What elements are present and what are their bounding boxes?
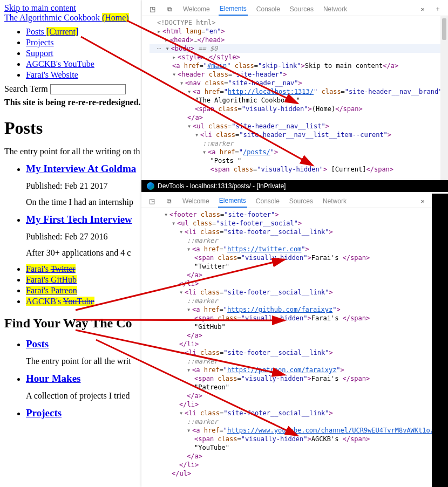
search-input[interactable] — [50, 84, 126, 94]
tab-welcome[interactable]: Welcome — [182, 3, 211, 15]
footer-twitter[interactable]: Farai's Twitter — [26, 264, 76, 273]
nav-posts[interactable]: Posts [Current] — [26, 27, 78, 36]
footer-youtube[interactable]: AGCKB's YouTube — [26, 297, 94, 306]
nav-farai[interactable]: Farai's Website — [26, 70, 78, 79]
post1-link[interactable]: My Interview At Goldma — [26, 163, 136, 174]
scrollbar[interactable] — [440, 16, 448, 180]
brand-home-hl: (Home) — [102, 13, 129, 22]
brand-link[interactable]: The Algorithmic Cookbook (Home) — [4, 13, 129, 22]
tab-console[interactable]: Console — [255, 195, 281, 207]
devtools-elements-tree[interactable]: <!DOCTYPE html> ▸<html lang="en"> ▸<head… — [142, 16, 448, 177]
brand-text: The Algorithmic Cookbook — [4, 13, 102, 22]
skip-link[interactable]: Skip to main content — [4, 3, 76, 12]
devtools-tabs: ◳ ⧉ Welcome Elements Console Sources Net… — [142, 0, 448, 16]
tab-sources[interactable]: Sources — [288, 195, 314, 207]
nav-posts-current-hl: [Current] — [46, 27, 79, 36]
tab-elements[interactable]: Elements — [218, 195, 247, 208]
inspect-icon[interactable]: ◳ — [147, 196, 157, 206]
devtools-elements-tree-2[interactable]: ▾<footer class="site-footer"> ▾<ul class… — [141, 208, 448, 481]
footer-patreon[interactable]: Farai's Patreon — [26, 286, 77, 295]
fw-projects[interactable]: Projects — [26, 407, 62, 419]
tab-network[interactable]: Network — [322, 3, 348, 15]
devtools-bottom: DevTools - localhost:1313/posts/ - [InPr… — [141, 180, 448, 487]
footer-github[interactable]: Farai's GitHub — [26, 275, 77, 284]
more-tabs-icon[interactable]: » — [418, 196, 427, 206]
edge-icon — [147, 182, 154, 190]
black-strip — [432, 194, 448, 487]
more-tabs-icon[interactable]: » — [418, 4, 427, 14]
tab-network[interactable]: Network — [322, 195, 348, 207]
device-icon[interactable]: ⧉ — [164, 196, 174, 206]
post2-link[interactable]: My First Tech Interview — [26, 214, 132, 225]
device-icon[interactable]: ⧉ — [165, 4, 174, 14]
fw-hour[interactable]: Hour Makes — [26, 373, 81, 384]
devtools-titlebar: DevTools - localhost:1313/posts/ - [InPr… — [141, 180, 448, 192]
tab-elements[interactable]: Elements — [219, 3, 248, 16]
tab-sources[interactable]: Sources — [289, 3, 315, 15]
devtools-tabs-2: ◳ ⧉ Welcome Elements Console Sources Net… — [141, 192, 448, 208]
devtools-title: DevTools - localhost:1313/posts/ - [InPr… — [158, 182, 286, 190]
inspect-icon[interactable]: ◳ — [147, 4, 157, 14]
search-label: Search Term — [4, 84, 50, 93]
nav-support[interactable]: Support — [26, 49, 53, 58]
nav-youtube[interactable]: AGCKB's YouTube — [26, 59, 94, 68]
devtools-top: ◳ ⧉ Welcome Elements Console Sources Net… — [142, 0, 448, 180]
fw-posts[interactable]: Posts — [26, 338, 49, 349]
nav-projects[interactable]: Projects — [26, 38, 54, 47]
tab-console[interactable]: Console — [255, 3, 281, 15]
tab-welcome[interactable]: Welcome — [181, 195, 211, 207]
add-tab-icon[interactable]: ＋ — [433, 4, 443, 14]
